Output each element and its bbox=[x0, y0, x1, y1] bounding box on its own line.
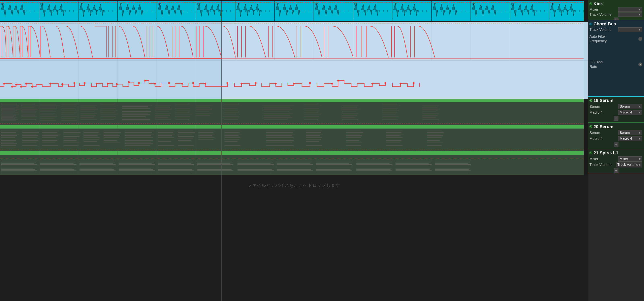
svg-rect-189 bbox=[175, 116, 190, 116]
svg-rect-263 bbox=[1, 142, 14, 142]
svg-rect-136 bbox=[40, 114, 53, 114]
svg-rect-355 bbox=[266, 145, 294, 146]
svg-rect-444 bbox=[158, 162, 193, 162]
rp-serum20-section: 20 Serum Serum Serum ▼ Macro 4 Macro 4 ▼… bbox=[588, 123, 644, 149]
svg-rect-431 bbox=[119, 160, 155, 160]
svg-point-73 bbox=[128, 81, 130, 83]
svg-rect-266 bbox=[1, 147, 15, 147]
spire-volume-dropdown[interactable]: Track Volume ▼ bbox=[616, 162, 642, 167]
svg-point-80 bbox=[204, 83, 206, 85]
svg-rect-190 bbox=[175, 119, 189, 119]
svg-rect-225 bbox=[342, 113, 358, 113]
svg-rect-173 bbox=[122, 118, 149, 118]
svg-rect-172 bbox=[122, 116, 146, 117]
svg-rect-213 bbox=[304, 104, 318, 104]
kick-volume-arrow: ▼ bbox=[638, 13, 641, 16]
rp-chordbus-section: Chord Bus Track Volume ▼ Auto FilterFreq… bbox=[588, 20, 644, 97]
svg-rect-126 bbox=[21, 115, 35, 115]
serum19-serum-dropdown[interactable]: Serum ▼ bbox=[618, 104, 642, 109]
svg-rect-205 bbox=[264, 105, 294, 105]
svg-rect-491 bbox=[356, 161, 390, 161]
svg-rect-424 bbox=[80, 164, 116, 165]
svg-rect-186 bbox=[175, 110, 191, 110]
chordbus-indicator-dot bbox=[590, 23, 592, 25]
svg-rect-293 bbox=[84, 131, 100, 131]
svg-rect-323 bbox=[158, 139, 173, 139]
serum19-macro-dropdown[interactable]: Macro 4 ▼ bbox=[618, 110, 642, 115]
svg-rect-461 bbox=[238, 160, 274, 160]
svg-rect-261 bbox=[1, 139, 18, 139]
serum20-indicator-dot bbox=[590, 126, 592, 127]
chordbus-volume-label: Track Volume bbox=[590, 28, 612, 32]
svg-rect-214 bbox=[304, 106, 321, 106]
svg-rect-151 bbox=[80, 109, 98, 109]
svg-rect-337 bbox=[198, 137, 214, 138]
svg-rect-492 bbox=[356, 162, 392, 162]
svg-rect-506 bbox=[396, 168, 431, 168]
svg-rect-329 bbox=[178, 136, 194, 137]
svg-rect-101 bbox=[1, 105, 19, 105]
svg-rect-166 bbox=[122, 106, 148, 107]
svg-rect-128 bbox=[21, 119, 36, 119]
svg-rect-158 bbox=[100, 106, 118, 106]
svg-rect-133 bbox=[40, 110, 54, 110]
svg-rect-430 bbox=[80, 173, 113, 173]
svg-rect-116 bbox=[1, 120, 16, 121]
svg-rect-286 bbox=[64, 132, 80, 133]
svg-rect-330 bbox=[178, 138, 193, 138]
svg-rect-185 bbox=[175, 108, 190, 108]
drop-zone[interactable]: ファイルとデバイスをここへドロップします bbox=[0, 175, 588, 195]
svg-rect-211 bbox=[264, 117, 292, 117]
chordbus-autofilter-minus[interactable]: − bbox=[638, 37, 642, 41]
svg-rect-197 bbox=[224, 104, 238, 104]
spire-volume-row: Track Volume Track Volume ▼ bbox=[590, 162, 642, 167]
svg-rect-445 bbox=[158, 163, 191, 164]
svg-rect-417 bbox=[40, 169, 74, 170]
track-chord-bus bbox=[0, 22, 588, 99]
svg-text:Be: Be bbox=[158, 3, 162, 6]
svg-rect-124 bbox=[21, 112, 36, 112]
svg-rect-353 bbox=[266, 140, 294, 141]
svg-rect-292 bbox=[64, 145, 78, 146]
svg-rect-260 bbox=[1, 137, 15, 138]
svg-rect-509 bbox=[435, 160, 471, 160]
spire-mixer-arrow: ▼ bbox=[638, 157, 641, 161]
svg-rect-141 bbox=[62, 106, 78, 106]
svg-rect-252 bbox=[222, 125, 584, 129]
chordbus-lfotool-minus[interactable]: − bbox=[638, 63, 642, 67]
svg-rect-277 bbox=[42, 132, 57, 133]
svg-point-61 bbox=[11, 86, 13, 88]
svg-text:Be: Be bbox=[433, 3, 436, 6]
svg-rect-488 bbox=[316, 170, 352, 171]
svg-rect-349 bbox=[266, 134, 295, 134]
serum19-add-button[interactable]: + bbox=[614, 116, 618, 121]
svg-rect-358 bbox=[306, 134, 323, 134]
svg-rect-489 bbox=[316, 173, 349, 173]
svg-rect-501 bbox=[396, 161, 430, 161]
svg-rect-308 bbox=[125, 131, 154, 131]
kick-mixer-dropdown[interactable]: ▼ bbox=[618, 7, 642, 12]
svg-rect-394 bbox=[0, 151, 584, 155]
serum20-serum-dropdown[interactable]: Serum ▼ bbox=[618, 130, 642, 135]
svg-rect-398 bbox=[1, 161, 35, 161]
serum20-macro-value: Macro 4 bbox=[620, 137, 632, 141]
spire-mixer-dropdown[interactable]: Mixer ▼ bbox=[618, 156, 642, 162]
svg-rect-427 bbox=[80, 168, 112, 168]
svg-rect-386 bbox=[427, 142, 443, 142]
svg-rect-280 bbox=[42, 137, 56, 138]
svg-rect-264 bbox=[1, 143, 17, 144]
svg-rect-448 bbox=[158, 167, 193, 167]
svg-rect-179 bbox=[155, 113, 171, 113]
svg-rect-283 bbox=[42, 142, 55, 142]
svg-rect-227 bbox=[342, 117, 355, 117]
kick-volume-dropdown[interactable]: ▼ bbox=[618, 12, 642, 17]
svg-rect-494 bbox=[356, 164, 392, 165]
serum20-add-button[interactable]: + bbox=[614, 142, 618, 147]
svg-rect-95 bbox=[0, 99, 222, 102]
svg-rect-180 bbox=[155, 115, 170, 115]
serum20-macro-dropdown[interactable]: Macro 4 ▼ bbox=[618, 136, 642, 141]
chordbus-volume-dropdown[interactable]: ▼ bbox=[618, 28, 642, 32]
svg-rect-176 bbox=[155, 107, 170, 107]
spire-add-button[interactable]: + bbox=[614, 168, 618, 173]
svg-rect-467 bbox=[238, 167, 273, 167]
